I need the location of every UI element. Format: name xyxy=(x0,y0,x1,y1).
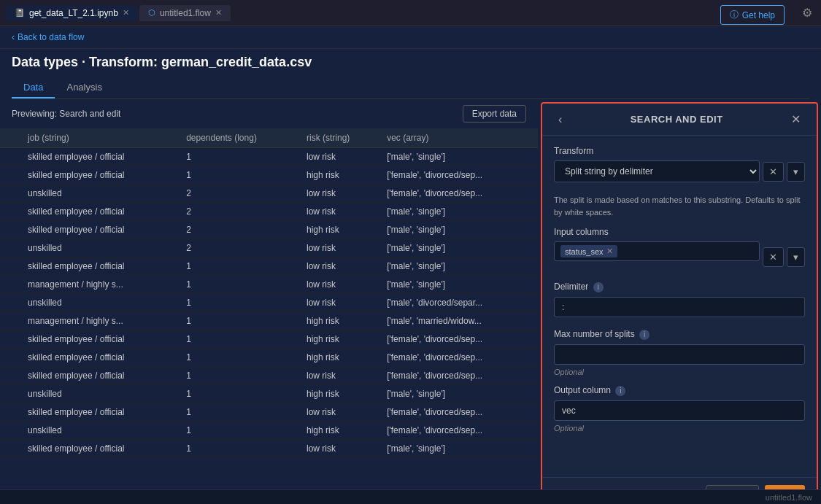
input-columns-chevron-button[interactable]: ▾ xyxy=(787,247,805,267)
table-cell-risk: low risk xyxy=(301,203,381,221)
table-row: skilled employee / official1high risk['f… xyxy=(0,349,538,367)
transform-chevron-button[interactable]: ▾ xyxy=(787,162,805,182)
table-cell-vec: ['male', 'single'] xyxy=(381,221,538,239)
max-splits-info-icon: i xyxy=(639,330,650,340)
table-cell-job: skilled employee / official xyxy=(22,166,180,185)
table-cell-dependents: 1 xyxy=(180,330,301,349)
back-link[interactable]: ‹ Back to data flow xyxy=(12,32,84,42)
table-row: skilled employee / official1low risk['ma… xyxy=(0,148,538,166)
tab-data-label: Data xyxy=(23,82,43,93)
table-cell-vec: ['female', 'divorced/sep... xyxy=(381,185,538,203)
transform-select[interactable]: Split string by delimiter xyxy=(554,160,760,182)
table-cell-dependents: 1 xyxy=(180,257,301,276)
top-bar: 📓 get_data_LT_2.1.ipynb ✕ ⬡ untitled1.fl… xyxy=(0,0,821,26)
table-row: management / highly s...1high risk['male… xyxy=(0,312,538,330)
table-row: unskilled2low risk['female', 'divorced/s… xyxy=(0,185,538,203)
table-cell-job: skilled employee / official xyxy=(22,221,180,239)
back-link-label: Back to data flow xyxy=(18,32,84,42)
table-cell-job: skilled employee / official xyxy=(22,330,180,349)
delimiter-input[interactable] xyxy=(554,297,805,317)
chevron-left-icon: ‹ xyxy=(12,32,15,42)
max-splits-input[interactable] xyxy=(554,344,805,365)
panel-back-button[interactable]: ‹ xyxy=(554,112,566,128)
panel-close-button[interactable]: ✕ xyxy=(787,111,805,128)
input-columns-label: Input columns xyxy=(554,227,805,237)
table-cell-vec: ['male', 'single'] xyxy=(381,257,538,276)
table-cell-risk: low risk xyxy=(301,257,381,276)
table-cell-vec: ['male', 'single'] xyxy=(381,385,538,403)
output-column-input[interactable] xyxy=(554,400,805,421)
title-area: Data types · Transform: german_credit_da… xyxy=(0,49,821,99)
tab-analysis[interactable]: Analysis xyxy=(55,77,113,98)
input-columns-clear-button[interactable]: ✕ xyxy=(763,247,784,267)
table-row: unskilled1high risk['male', 'single'] xyxy=(0,385,538,403)
tab-notebook[interactable]: 📓 get_data_LT_2.1.ipynb ✕ xyxy=(6,5,138,21)
tab-flow[interactable]: ⬡ untitled1.flow ✕ xyxy=(139,5,231,21)
table-cell-index xyxy=(0,349,22,367)
table-row: skilled employee / official1low risk['fe… xyxy=(0,403,538,422)
table-cell-index xyxy=(0,221,22,239)
get-help-button[interactable]: ⓘ Get help xyxy=(720,5,785,25)
main-content: Previewing: Search and edit Export data … xyxy=(0,99,821,504)
page-title: Data types · Transform: german_credit_da… xyxy=(12,55,809,70)
table-row: skilled employee / official1high risk['f… xyxy=(0,330,538,349)
transform-section: Transform Split string by delimiter ✕ ▾ … xyxy=(554,146,805,218)
transform-clear-button[interactable]: ✕ xyxy=(763,162,784,182)
table-cell-job: unskilled xyxy=(22,185,180,203)
output-column-label: Output column i xyxy=(554,385,805,396)
data-toolbar: Previewing: Search and edit Export data xyxy=(0,99,538,128)
delimiter-label: Delimiter i xyxy=(554,282,805,292)
table-row: skilled employee / official2high risk['m… xyxy=(0,221,538,239)
tab-flow-label: untitled1.flow xyxy=(160,8,211,18)
table-cell-job: unskilled xyxy=(22,422,180,440)
table-cell-index xyxy=(0,294,22,312)
col-header-risk: risk (string) xyxy=(301,128,381,148)
table-cell-index xyxy=(0,203,22,221)
tab-notebook-close[interactable]: ✕ xyxy=(123,8,129,18)
table-cell-index xyxy=(0,166,22,185)
export-button[interactable]: Export data xyxy=(463,105,526,123)
table-cell-vec: ['female', 'divorced/sep... xyxy=(381,166,538,185)
panel-title: SEARCH AND EDIT xyxy=(631,114,723,125)
table-cell-risk: low risk xyxy=(301,185,381,203)
table-cell-index xyxy=(0,385,22,403)
tab-data[interactable]: Data xyxy=(12,77,55,98)
input-columns-field[interactable]: status_sex ✕ xyxy=(554,241,760,261)
table-cell-dependents: 1 xyxy=(180,312,301,330)
table-cell-index xyxy=(0,257,22,276)
table-row: skilled employee / official2low risk['ma… xyxy=(0,203,538,221)
table-cell-job: skilled employee / official xyxy=(22,203,180,221)
table-cell-dependents: 1 xyxy=(180,148,301,166)
delimiter-section: Delimiter i xyxy=(554,282,805,320)
table-cell-risk: low risk xyxy=(301,440,381,458)
bottom-bar-label: untitled1.flow xyxy=(766,493,812,502)
transform-description: The split is made based on matches to th… xyxy=(554,194,805,218)
sub-header: ‹ Back to data flow xyxy=(0,26,821,49)
tab-analysis-label: Analysis xyxy=(66,82,101,93)
table-cell-dependents: 2 xyxy=(180,221,301,239)
table-cell-risk: low risk xyxy=(301,239,381,257)
gear-icon[interactable]: ⚙ xyxy=(802,6,812,20)
table-container[interactable]: job (string) dependents (long) risk (str… xyxy=(0,128,538,504)
table-cell-risk: high risk xyxy=(301,221,381,239)
optional-label-splits: Optional xyxy=(554,368,805,376)
table-row: unskilled1low risk['male', 'divorced/sep… xyxy=(0,294,538,312)
table-cell-risk: high risk xyxy=(301,385,381,403)
notebook-icon: 📓 xyxy=(15,8,25,18)
tab-flow-close[interactable]: ✕ xyxy=(215,8,222,18)
table-cell-dependents: 1 xyxy=(180,385,301,403)
table-cell-dependents: 1 xyxy=(180,440,301,458)
tag-remove-button[interactable]: ✕ xyxy=(606,247,613,256)
preview-text: Previewing: Search and edit xyxy=(12,109,120,119)
table-cell-vec: ['male', 'single'] xyxy=(381,276,538,294)
input-columns-section: Input columns status_sex ✕ ✕ ▾ xyxy=(554,227,805,273)
tag-label: status_sex xyxy=(565,247,604,256)
table-cell-dependents: 1 xyxy=(180,403,301,422)
help-circle-icon: ⓘ xyxy=(730,9,739,21)
bottom-bar: untitled1.flow xyxy=(0,489,821,504)
table-cell-risk: low risk xyxy=(301,367,381,385)
table-cell-vec: ['female', 'divorced/sep... xyxy=(381,330,538,349)
table-cell-vec: ['male', 'single'] xyxy=(381,148,538,166)
col-header-dependents: dependents (long) xyxy=(180,128,301,148)
col-header-job: job (string) xyxy=(22,128,180,148)
